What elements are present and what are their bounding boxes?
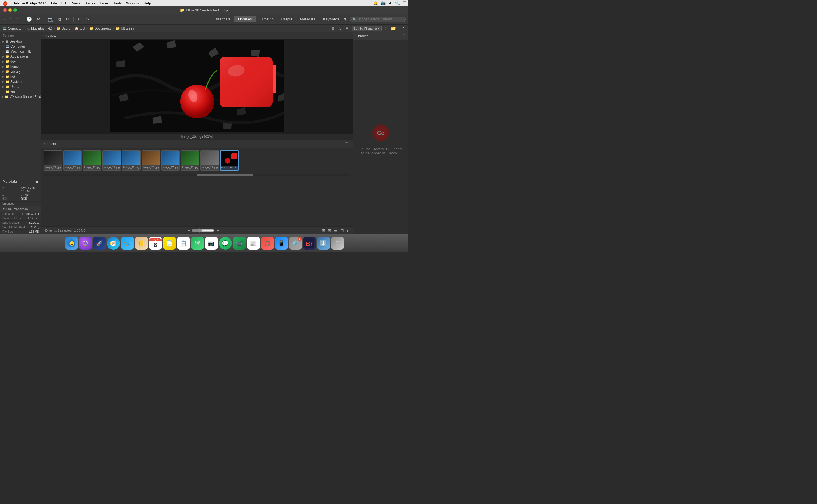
forward-button[interactable]: › [9,16,12,22]
tab-essentials[interactable]: Essentials [210,16,234,22]
grid-view2-button[interactable]: ⊟ [327,228,332,233]
thumbnail-7[interactable]: Image_28 .jpg [181,150,199,171]
breadcrumb-macintosh[interactable]: 🖴 Macintosh HD [27,27,52,30]
menu-file[interactable]: File [51,1,57,5]
sidebar-item-macintosh[interactable]: ▼ 💾 Macintosh HD [0,49,41,54]
dock-safari[interactable]: 🧭 [107,237,120,250]
sidebar-item-computer[interactable]: ▼ 💻 Computer [0,44,41,49]
close-button[interactable] [3,8,7,12]
thumbnail-9[interactable]: Image_30 .jpg [220,150,239,171]
sidebar-item-net[interactable]: ▶ 📁 net [0,74,41,79]
display-icon[interactable]: 🖥 [388,1,392,5]
dock-launchpad[interactable]: 🚀 [93,237,106,250]
menu-view[interactable]: View [72,1,80,5]
maximize-button[interactable] [13,8,17,12]
more-tabs-button[interactable]: ▾ [343,16,348,22]
grid-view-button[interactable]: ⊞ [321,228,326,233]
sidebar-item-library[interactable]: ▶ 📂 Library [0,69,41,74]
dock-reminders[interactable]: 📋 [177,237,190,250]
sort-dropdown[interactable]: Sort by Filename ▾ [352,26,382,31]
undo-button[interactable]: ↶ [76,16,82,22]
camera-button[interactable]: 📷 [47,16,55,22]
dock-bridge[interactable]: Br [303,237,316,250]
sidebar-item-home[interactable]: ▶ 📁 home [0,64,41,69]
dock-appstore[interactable]: 📱 [275,237,288,250]
sidebar-item-desktop[interactable]: ▶ 🖥 Desktop [0,39,41,44]
view-more-button[interactable]: ▾ [346,228,350,233]
sidebar-item-users[interactable]: ▶ 📂 Users [0,84,41,89]
sidebar-item-applications[interactable]: ▶ 📂 Applications [0,54,41,59]
apple-menu[interactable]: 🍎 [2,1,8,6]
content-menu-button[interactable]: ☰ [344,141,350,147]
breadcrumb-ultra-label[interactable]: Ultra 387 [121,27,134,30]
search-input[interactable] [358,17,402,21]
menu-list-icon[interactable]: ☰ [403,1,406,5]
list-view-button[interactable]: ☰ [333,228,339,233]
zoom-in-button[interactable]: + [215,228,220,233]
dock-downloads[interactable]: ⬇️ [317,237,330,250]
dock-calendar[interactable]: NOV 8 [149,237,162,250]
up-button[interactable]: ↑ [15,16,19,22]
breadcrumb-computer[interactable]: 💻 Computer [3,27,23,30]
dock-messages[interactable]: 💬 [219,237,232,250]
thumbnail-0[interactable]: Image_21 .jpg [44,150,62,171]
search-menu-icon[interactable]: 🔍 [395,1,400,5]
dock-trash[interactable]: 🗑 [331,237,344,250]
breadcrumb-documents[interactable]: 📁 Documents [89,27,111,30]
notification-icon[interactable]: 🔔 [373,1,378,5]
horizontal-scrollbar[interactable] [44,174,350,176]
dock-finder[interactable]: 😀 [65,237,78,250]
breadcrumb-test[interactable]: 🏠 test [74,27,85,30]
search-box[interactable]: 🔍 [350,17,406,22]
tab-filmstrip[interactable]: Filmstrip [256,16,278,22]
sort-direction-button[interactable]: ↑ [383,25,388,32]
tab-keywords[interactable]: Keywords [319,16,343,22]
refresh-button[interactable]: ↺ [65,16,70,22]
dock-maps[interactable]: 🗺 [191,237,204,250]
tab-libraries[interactable]: Libraries [234,16,256,22]
breadcrumb-documents-label[interactable]: Documents [94,27,111,30]
menu-window[interactable]: Window [126,1,139,5]
dock-systemprefs[interactable]: ⚙️ 1 [289,237,302,250]
breadcrumb-computer-label[interactable]: Computer [8,27,23,30]
breadcrumb-ultra[interactable]: 📁 Ultra 387 [116,27,134,30]
thumbnail-8[interactable]: Image_29 .jpg [200,150,219,171]
thumbnail-3[interactable]: Image_24 .jpg [102,150,121,171]
filter-view-button[interactable]: ⊞ [330,26,335,31]
delete-button[interactable]: 🗑 [399,25,406,32]
dock-siri[interactable]: 🔮 [79,237,92,250]
dock-tweetbot[interactable]: 🐦 [121,237,134,250]
back-button[interactable]: ‹ [3,16,6,22]
new-folder-button[interactable]: 📁 [389,25,397,32]
menu-tools[interactable]: Tools [113,1,121,5]
dock-music[interactable]: 🎵 [261,237,274,250]
dock-photos[interactable]: 📷 [205,237,218,250]
filter-button[interactable]: ▼ [344,26,350,31]
thumbnail-4[interactable]: Image_25 .jpg [122,150,140,171]
breadcrumb-users[interactable]: 📂 Users [57,27,70,30]
tab-metadata[interactable]: Metadata [296,16,319,22]
detail-view-button[interactable]: ⊡ [339,228,345,233]
undo-back-button[interactable]: ↩ [35,16,41,22]
dock-notes[interactable]: 📄 [163,237,176,250]
file-properties-section[interactable]: ▼ File Properties [0,206,41,212]
dock-facetime[interactable]: 📹 [233,237,246,250]
airplay-icon[interactable]: 📺 [381,1,386,5]
app-menu-bridge[interactable]: Adobe Bridge 2020 [13,1,46,5]
libraries-menu-icon[interactable]: ☰ [403,34,406,38]
menu-label[interactable]: Label [100,1,109,5]
redo-button[interactable]: ↷ [84,16,90,22]
sidebar-item-dev[interactable]: ▶ 📁 dev [0,59,41,64]
thumbnail-1[interactable]: Image_22 .jpg [63,150,82,171]
thumbnail-5[interactable]: Image_26 .jpg [142,150,160,171]
thumbnail-6[interactable]: Image_27 .jpg [161,150,180,171]
sidebar-item-vmware[interactable]: ▶ 📁 VMware Shared Folders [0,94,41,99]
breadcrumb-users-label[interactable]: Users [62,27,70,30]
tab-output[interactable]: Output [278,16,296,22]
dock-news[interactable]: 📰 [247,237,260,250]
zoom-slider[interactable] [192,228,214,233]
menu-edit[interactable]: Edit [61,1,67,5]
breadcrumb-test-label[interactable]: test [79,27,85,30]
zoom-out-button[interactable]: − [186,228,191,233]
dock-contacts[interactable]: 📒 [135,237,148,250]
